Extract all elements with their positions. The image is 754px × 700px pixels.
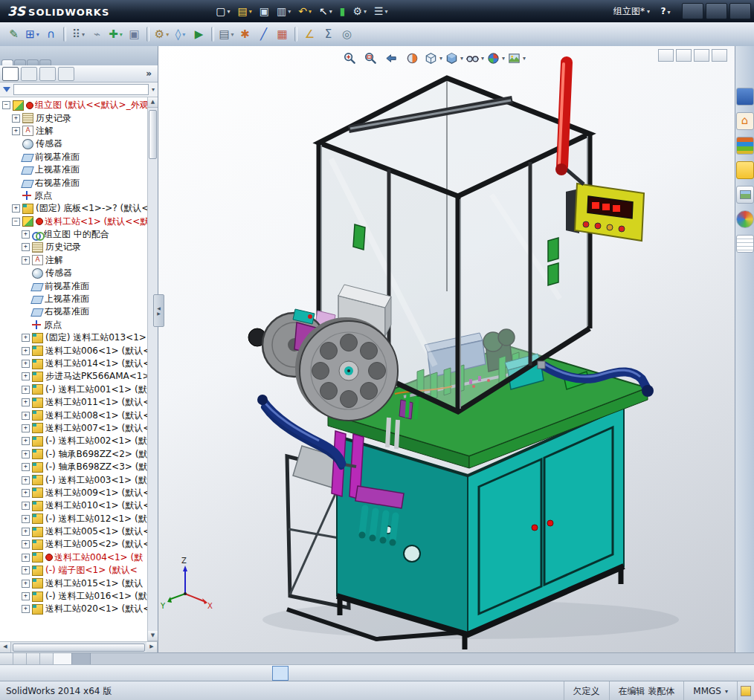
window-button-minimize[interactable] [682,3,703,19]
scroll-right-arrow[interactable]: ▶ [146,642,158,652]
menu-item[interactable] [166,8,178,14]
tab-nav-button-first[interactable] [0,653,13,665]
expand-toggle[interactable]: + [22,463,30,471]
toolbar-button-linear-component-pattern[interactable]: ⠿ [69,25,88,43]
tree-item[interactable]: + 送料工站004<1> (默 [1,551,147,564]
model-tab[interactable] [72,653,91,665]
menu-item[interactable] [118,8,130,14]
command-tab[interactable] [27,59,39,65]
tree-item[interactable]: + (-) 送料工站012<1> (默认 [1,513,147,525]
expand-toggle[interactable]: + [22,424,30,432]
menu-item[interactable] [154,8,166,14]
expand-toggle[interactable]: + [12,127,20,135]
doc-window-button-maximize[interactable] [694,49,709,62]
view-tool-hide-show-items[interactable] [465,50,484,66]
quick-tool-undo[interactable]: ↶ [294,4,315,19]
expand-toggle[interactable]: + [22,592,30,600]
view-setting-tool-shaded-sketch[interactable] [272,666,289,681]
document-title[interactable]: 组立图* [606,5,657,18]
quick-tool-new[interactable]: ▢ [212,4,233,19]
window-button-close[interactable] [729,3,751,19]
expand-toggle[interactable]: + [12,114,20,123]
view-tool-zoom-to-area[interactable] [361,50,380,66]
expand-toggle[interactable]: + [22,412,30,420]
sketch-tool-smart-dimension[interactable] [167,666,183,681]
expand-toggle[interactable]: − [2,101,10,109]
toolbar-button-interference-detection[interactable]: ▦ [273,25,291,43]
view-setting-tool-grid[interactable] [219,666,235,681]
filter-dropdown-icon[interactable]: ▾ [152,86,155,93]
scroll-up-arrow[interactable]: ▲ [148,97,158,108]
manager-tab-propertymanager[interactable] [21,67,37,81]
quick-tool-print[interactable]: ▥ [273,4,294,19]
tab-nav-button-prev[interactable] [13,653,27,665]
doc-window-button-minimize[interactable] [676,49,692,62]
units-selector[interactable]: MMGS [683,681,737,700]
task-pane-tab-view-palette[interactable] [736,186,754,204]
toolbar-button-show-hidden-components[interactable]: ▣ [125,25,144,43]
quick-tool-rebuild[interactable]: ▮ [336,4,349,19]
scroll-down-arrow[interactable]: ▼ [148,631,158,641]
expand-toggle[interactable]: + [22,347,30,355]
tree-item[interactable]: 原点 [1,189,147,202]
tree-item[interactable]: + 送料工站007<1> (默认< [1,422,147,435]
tree-vertical-scrollbar[interactable]: ▲ ▼ [147,97,158,641]
toolbar-button-insert-components[interactable]: ⊞ [23,25,42,43]
menu-item[interactable] [190,8,202,14]
doc-window-button-close[interactable] [712,49,727,62]
door-handle-left[interactable] [532,525,538,531]
command-tab[interactable] [14,59,26,65]
toolbar-button-mass-properties[interactable]: Σ [319,25,338,43]
expand-toggle[interactable]: + [22,360,30,368]
tree-item[interactable]: 右视基准面 [1,305,147,318]
toolbar-button[interactable] [146,27,149,42]
sketch-tool-polygon[interactable] [77,666,94,681]
quick-tool-options[interactable]: ⚙ [349,4,370,19]
graphics-area[interactable]: Z X Y [158,46,735,652]
expand-toggle[interactable]: + [22,437,30,445]
tree-item[interactable]: + 送料工站020<1> (默认< [1,603,147,615]
view-tool-zoom-to-fit[interactable] [341,50,359,66]
expand-toggle[interactable]: + [22,489,30,497]
view-setting-tool-angle-snap[interactable] [254,666,271,681]
task-pane-tab-home[interactable] [736,112,754,130]
sketch-tool-point[interactable] [6,666,22,681]
quick-tool-file-properties[interactable]: ☰ [370,4,392,19]
tree-item[interactable]: 前视基准面 [1,151,147,163]
sketch-tool-trim[interactable] [113,666,129,681]
expand-toggle[interactable]: + [22,372,30,380]
tree-item[interactable]: 右视基准面 [1,176,147,189]
model-tab[interactable] [54,653,72,665]
door-handle-right[interactable] [547,520,553,526]
expand-toggle[interactable]: + [22,605,30,613]
toolbar-button-measure[interactable]: ∠ [300,25,319,43]
sketch-tool-offset[interactable] [149,666,165,681]
expand-toggle[interactable]: + [22,515,30,523]
menu-item[interactable] [142,8,154,14]
tree-item[interactable]: + 送料工站006<1> (默认< [1,344,147,357]
sketch-tool-spline[interactable] [95,666,112,681]
tree-item[interactable]: 传感器 [1,137,147,150]
task-pane-tab-solidworks-resources[interactable] [736,88,754,106]
toolbar-button-reference-geometry[interactable]: ◊ [171,25,190,43]
sketch-tool-circle[interactable] [42,666,58,681]
toolbar-button[interactable] [211,27,214,42]
manager-tab-displaymanager[interactable] [58,67,74,81]
view-tool-previous-view[interactable] [382,50,401,66]
cabinet-door-left[interactable] [479,459,541,614]
manager-tabs-overflow[interactable]: » [142,68,155,79]
expand-toggle[interactable]: + [22,243,30,251]
tree-item[interactable]: + 送料工站011<1> (默认< [1,396,147,409]
sketch-tool-line[interactable] [24,666,40,681]
tree-item[interactable]: + 历史记录 [1,241,147,253]
tree-item[interactable]: + 注解 [1,254,147,267]
menu-item[interactable] [130,8,142,14]
view-tool-section-view[interactable] [403,50,422,66]
tree-item[interactable]: + (固定) 送料工站013<1> [1,331,147,344]
tree-item[interactable]: + 送料工站005<1> (默认< [1,525,147,538]
expand-toggle[interactable]: + [22,540,30,548]
doc-window-button-restore[interactable] [658,49,674,62]
manager-tab-featuremanager-design-tree[interactable] [2,67,19,81]
expand-toggle[interactable]: + [22,554,30,562]
expand-toggle[interactable]: + [22,230,30,239]
